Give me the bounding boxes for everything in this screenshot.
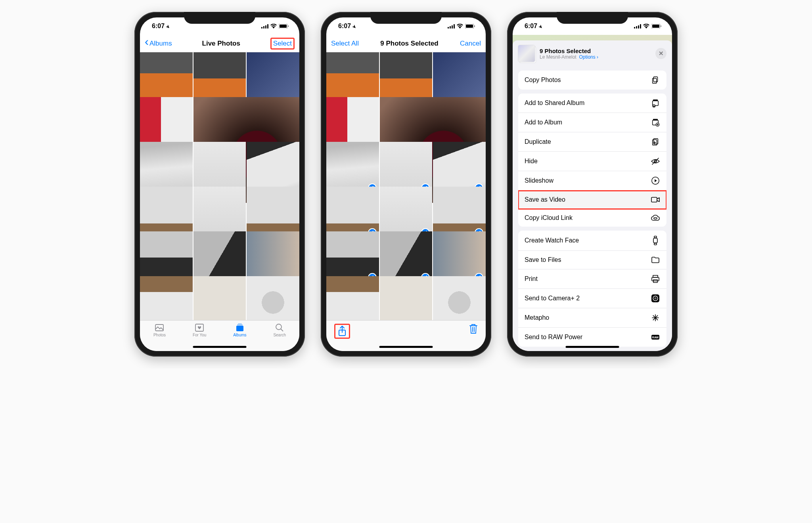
location-icon <box>166 23 170 30</box>
home-indicator[interactable] <box>379 346 433 348</box>
phone-2: 6:07 Select All 9 Photos Selected Cancel <box>321 12 491 357</box>
battery-icon <box>465 24 475 29</box>
action-send-to-camera-2[interactable]: Send to Camera+ 2 <box>518 289 666 308</box>
action-label: Create Watch Face <box>525 237 579 244</box>
svg-point-44 <box>654 218 657 219</box>
action-label: Save as Video <box>525 196 565 203</box>
phone-3: 6:07 9 Photos Selected Le Mesnil-Amelot … <box>507 12 678 357</box>
sparkle-icon <box>651 313 660 322</box>
svg-rect-22 <box>634 27 635 29</box>
cloud-link-icon <box>651 214 660 221</box>
svg-line-57 <box>653 318 655 320</box>
action-label: Send to Camera+ 2 <box>525 295 580 302</box>
raw-icon: RAW <box>651 333 660 342</box>
svg-line-41 <box>652 158 659 164</box>
tab-label: Photos <box>153 333 166 337</box>
sheet-subtitle: Le Mesnil-Amelot Options › <box>540 54 651 60</box>
video-icon <box>651 196 660 204</box>
action-group: Create Watch FaceSave to FilesPrintSend … <box>518 231 666 347</box>
action-label: Hide <box>525 158 538 165</box>
svg-point-12 <box>276 324 282 330</box>
action-create-watch-face[interactable]: Create Watch Face <box>518 231 666 251</box>
sheet-thumbnail <box>518 45 535 62</box>
tab-search[interactable]: Search <box>273 323 286 351</box>
eye-slash-icon <box>651 157 660 166</box>
tab-photos[interactable]: Photos <box>153 323 166 351</box>
wifi-icon <box>270 24 277 29</box>
duplicate-icon <box>651 137 660 146</box>
home-indicator[interactable] <box>566 346 619 348</box>
svg-rect-5 <box>280 25 287 28</box>
photo-thumb[interactable] <box>140 276 193 320</box>
copy-icon <box>651 76 660 84</box>
action-label: Print <box>525 275 538 282</box>
svg-rect-23 <box>636 26 637 29</box>
printer-icon <box>651 275 660 283</box>
select-button[interactable]: Select <box>270 38 295 50</box>
svg-rect-46 <box>654 236 657 238</box>
svg-rect-49 <box>652 277 659 281</box>
action-metapho[interactable]: Metapho <box>518 308 666 328</box>
status-time: 6:07 <box>525 23 537 30</box>
photo-thumb[interactable] <box>326 276 379 320</box>
action-add-to-album[interactable]: Add to Album <box>518 113 666 132</box>
location-icon <box>539 23 542 30</box>
close-button[interactable]: ✕ <box>655 48 666 59</box>
add-album-icon <box>651 118 660 127</box>
search-icon <box>274 323 285 332</box>
action-label: Save to Files <box>525 256 561 263</box>
action-label: Add to Album <box>525 119 562 126</box>
photo-grid[interactable] <box>140 52 299 320</box>
photo-thumb[interactable] <box>433 276 486 320</box>
svg-rect-1 <box>263 26 264 29</box>
select-all-label: Select All <box>331 40 359 48</box>
photo-grid[interactable] <box>326 52 486 320</box>
photo-thumb[interactable] <box>247 276 299 320</box>
svg-line-59 <box>653 315 655 318</box>
svg-rect-32 <box>653 100 658 101</box>
nav-bar: Select All 9 Photos Selected Cancel <box>326 35 486 52</box>
close-icon: ✕ <box>659 50 664 57</box>
cellular-icon <box>448 24 455 29</box>
cellular-icon <box>634 24 641 29</box>
back-button[interactable]: Albums <box>145 40 172 48</box>
action-label: Duplicate <box>525 138 551 145</box>
action-copy-icloud-link[interactable]: Copy iCloud Link <box>518 209 666 227</box>
action-duplicate[interactable]: Duplicate <box>518 132 666 152</box>
sheet-title: 9 Photos Selected <box>540 48 651 54</box>
options-button[interactable]: Options › <box>579 54 598 60</box>
action-save-to-files[interactable]: Save to Files <box>518 251 666 269</box>
share-button[interactable] <box>334 324 350 339</box>
action-copy-photos[interactable]: Copy Photos <box>518 71 666 90</box>
tab-label: Search <box>273 333 286 337</box>
photo-thumb[interactable] <box>380 276 433 320</box>
trash-button[interactable] <box>469 324 478 334</box>
cancel-button[interactable]: Cancel <box>460 40 481 48</box>
action-send-to-raw-power[interactable]: Send to RAW PowerRAW <box>518 328 666 347</box>
tab-label: Albums <box>233 333 246 337</box>
action-slideshow[interactable]: Slideshow <box>518 171 666 191</box>
action-add-to-shared-album[interactable]: Add to Shared Album <box>518 94 666 113</box>
action-label: Add to Shared Album <box>525 99 584 107</box>
svg-rect-25 <box>640 24 641 29</box>
svg-rect-36 <box>653 119 658 120</box>
play-circle-icon <box>651 176 660 185</box>
share-icon <box>338 326 347 337</box>
svg-rect-24 <box>638 25 639 29</box>
svg-rect-19 <box>466 25 473 28</box>
svg-line-55 <box>655 318 658 320</box>
home-indicator[interactable] <box>193 346 247 348</box>
photo-thumb[interactable] <box>193 276 246 320</box>
action-hide[interactable]: Hide <box>518 152 666 171</box>
svg-point-53 <box>654 297 657 300</box>
action-save-as-video[interactable]: Save as Video <box>518 191 666 209</box>
select-all-button[interactable]: Select All <box>331 40 359 48</box>
svg-rect-28 <box>661 25 661 27</box>
svg-rect-0 <box>261 27 262 29</box>
action-group: Copy Photos <box>518 71 666 90</box>
svg-rect-3 <box>267 24 268 29</box>
battery-icon <box>651 24 662 29</box>
svg-rect-10 <box>237 324 243 325</box>
action-print[interactable]: Print <box>518 269 666 289</box>
back-label: Albums <box>149 40 172 48</box>
